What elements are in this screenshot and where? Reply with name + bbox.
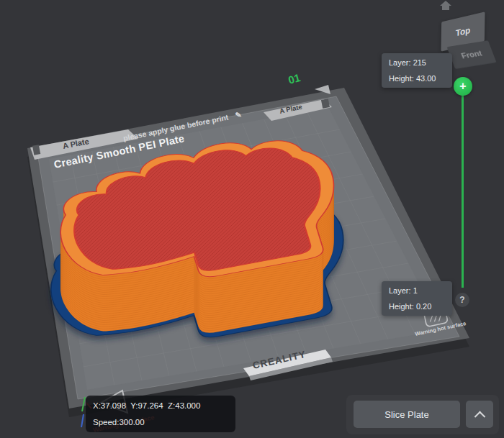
plus-icon: + — [459, 80, 466, 93]
plate-number: 01 — [287, 71, 302, 86]
nav-cube-front-label: Front — [460, 49, 483, 60]
layer-bottom-height: Height: 0.20 — [389, 302, 445, 311]
chevron-up-icon — [474, 411, 485, 422]
slice-plate-button[interactable]: Slice Plate — [354, 401, 460, 428]
coords-overlay: X:37.098 Y:97.264 Z:43.000 Speed:300.00 — [86, 396, 235, 432]
layer-slider-handle[interactable]: + — [454, 77, 472, 96]
layer-slider-track[interactable] — [462, 93, 464, 288]
layer-tooltip-top: Layer: 215 Height: 43.00 — [382, 53, 452, 88]
layer-top-layer: Layer: 215 — [389, 58, 445, 67]
layer-tooltip-bottom: Layer: 1 Height: 0.20 — [382, 281, 452, 316]
slice-more-button[interactable] — [466, 401, 493, 428]
layer-top-height: Height: 43.00 — [389, 74, 445, 83]
coords-speed: Speed:300.00 — [93, 418, 228, 426]
slice-plate-label: Slice Plate — [384, 409, 428, 420]
question-icon: ? — [459, 295, 464, 305]
nav-cube-top-label: Top — [456, 24, 471, 38]
help-button[interactable]: ? — [455, 293, 469, 307]
coords-position: X:37.098 Y:97.264 Z:43.000 — [93, 401, 228, 410]
layer-bottom-layer: Layer: 1 — [389, 286, 445, 295]
